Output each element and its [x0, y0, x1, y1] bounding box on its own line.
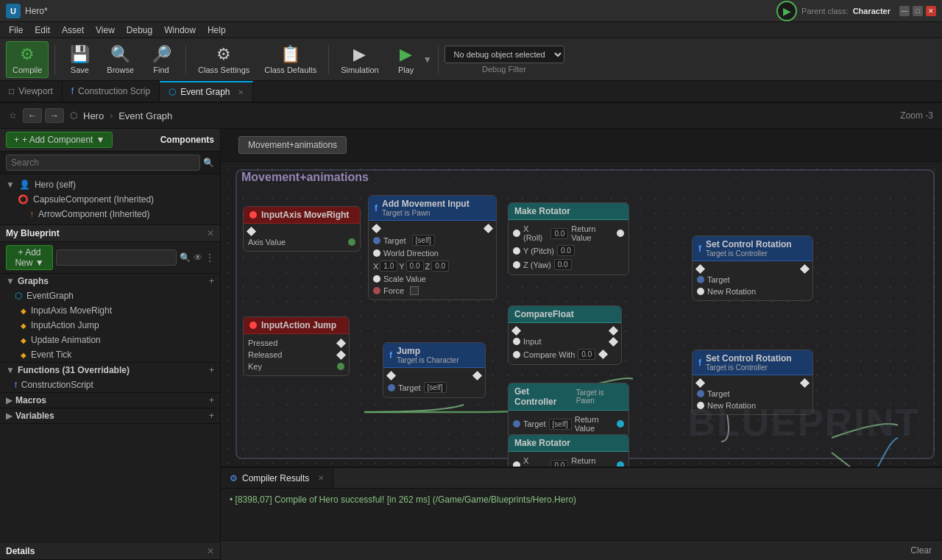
- find-button[interactable]: 🔎 Find: [143, 42, 180, 77]
- mybp-close-icon[interactable]: ✕: [207, 228, 214, 238]
- browse-button[interactable]: 🔍 Browse: [101, 42, 140, 77]
- node-jump[interactable]: f Jump Target is Character Target [self]: [383, 342, 486, 398]
- titlebar: U Hero* ▶ Parent class: Character — □ ✕: [0, 0, 942, 22]
- bp-item-inputaxis-moveright[interactable]: ◆ InputAxis MoveRight: [0, 303, 220, 318]
- compiler-tab-close[interactable]: ✕: [318, 474, 324, 482]
- variables-section-header[interactable]: ▶ Variables +: [0, 408, 220, 423]
- node-get-controller[interactable]: Get Controller Target is Pawn Target [se…: [508, 383, 629, 438]
- menu-view[interactable]: View: [90, 24, 121, 37]
- play-button[interactable]: ▶ Play: [388, 42, 425, 77]
- save-button[interactable]: 💾 Save: [61, 42, 98, 77]
- components-section-header: + + Add Component ▼ Components: [0, 129, 220, 152]
- window-controls[interactable]: — □ ✕: [899, 6, 936, 16]
- restore-button[interactable]: □: [913, 6, 923, 16]
- pin-ami-scale: [373, 275, 380, 283]
- cf-exec-row: [509, 326, 621, 336]
- bp-item-update-animation[interactable]: ◆ Update Animation: [0, 333, 220, 347]
- hero-self-label: Hero (self): [35, 180, 76, 190]
- menu-debug[interactable]: Debug: [121, 24, 158, 37]
- macros-label: Macros: [15, 395, 46, 405]
- ami-x-label: X: [373, 262, 378, 271]
- graphs-section-header[interactable]: ▼ Graphs +: [0, 274, 220, 288]
- tree-item-arrow[interactable]: ↑ ArrowComponent (Inherited): [0, 207, 220, 221]
- compiler-results-tab[interactable]: ⚙ Compiler Results ✕: [221, 468, 333, 488]
- minimize-button[interactable]: —: [899, 6, 910, 16]
- node-scr-top-body: Target New Rotation: [693, 261, 812, 300]
- mybp-eye-icon[interactable]: 👁: [194, 252, 202, 263]
- movement-animations-button[interactable]: Movement+animations: [238, 136, 347, 154]
- graphs-label: Graphs: [18, 276, 49, 286]
- macros-section-header[interactable]: ▶ Macros +: [0, 393, 220, 408]
- mybp-search-icon: 🔍: [180, 252, 191, 263]
- mybp-search-input[interactable]: [56, 249, 177, 266]
- construction-label: Construction Scrip: [78, 86, 150, 96]
- node-set-control-rotation-bottom[interactable]: f Set Control Rotation Target is Control…: [692, 350, 813, 415]
- mr-top-zyaw-label: Z (Yaw): [523, 260, 551, 269]
- bp-item-eventgraph[interactable]: ⬡ EventGraph: [0, 288, 220, 303]
- components-search-input[interactable]: [6, 155, 200, 171]
- menu-edit[interactable]: Edit: [29, 24, 56, 37]
- bp-item-event-tick[interactable]: ◆ Event Tick: [0, 347, 220, 362]
- event-graph-close-icon[interactable]: ✕: [238, 88, 244, 96]
- nav-back-button[interactable]: ←: [23, 108, 42, 123]
- capsule-label: CapsuleComponent (Inherited): [33, 194, 154, 205]
- add-component-button[interactable]: + + Add Component ▼: [6, 132, 113, 148]
- bp-item-construction-script[interactable]: f ConstructionScript: [0, 378, 220, 392]
- cf-compare-val: 0.0: [578, 349, 595, 360]
- jump-node-title: Jump: [397, 346, 458, 356]
- breadcrumb-root[interactable]: Hero: [83, 110, 104, 121]
- pin-scr-bottom-newrot: [697, 402, 704, 409]
- pin-scr-top-exec-out: [800, 264, 810, 274]
- functions-add-icon[interactable]: +: [209, 365, 214, 375]
- node-ami-xyz-row: X 1.0 Y 0.0 Z 0.0: [369, 259, 496, 273]
- jump-action-dot: [249, 322, 257, 329]
- ja-pressed-label: Pressed: [248, 339, 277, 347]
- node-make-rotator-top[interactable]: Make Rotator X (Roll) 0.0 Return Value Y…: [508, 202, 629, 275]
- menu-window[interactable]: Window: [158, 24, 202, 37]
- bp-item-inputaction-jump[interactable]: ◆ InputAction Jump: [0, 318, 220, 333]
- macros-add-icon[interactable]: +: [209, 395, 214, 405]
- node-make-rotator-bottom[interactable]: Make Rotator X (Roll) 0.0 Return Value Y…: [508, 434, 629, 467]
- menu-file[interactable]: File: [3, 24, 29, 37]
- jump-action-title: InputAction Jump: [261, 320, 336, 330]
- class-settings-button[interactable]: ⚙ Class Settings: [192, 42, 255, 77]
- node-compare-float[interactable]: CompareFloat Input Compare With: [508, 305, 622, 365]
- variables-add-icon[interactable]: +: [209, 411, 214, 421]
- mybp-more-icon[interactable]: ⋮: [205, 252, 214, 263]
- functions-section-header[interactable]: ▼ Functions (31 Overridable) +: [0, 363, 220, 378]
- debug-object-select[interactable]: No debug object selected: [445, 46, 564, 63]
- ami-force-label: Force: [383, 286, 404, 295]
- menu-help[interactable]: Help: [202, 24, 232, 37]
- node-compare-float-header: CompareFloat: [509, 306, 621, 323]
- update-anim-label: Update Animation: [31, 335, 101, 345]
- node-jump-body: Target [self]: [383, 368, 485, 397]
- details-close-icon[interactable]: ✕: [207, 546, 214, 556]
- tab-construction-script[interactable]: f Construction Scrip: [63, 81, 160, 102]
- graphs-add-icon[interactable]: +: [209, 276, 214, 286]
- clear-button[interactable]: Clear: [906, 544, 936, 557]
- tree-item-hero[interactable]: ▼ 👤 Hero (self): [0, 177, 220, 192]
- nav-forward-button[interactable]: →: [45, 108, 64, 123]
- node-set-control-rotation-top[interactable]: f Set Control Rotation Target is Control…: [692, 235, 813, 301]
- scr-bottom-newrot-row: New Rotation: [693, 400, 812, 411]
- menu-asset[interactable]: Asset: [56, 24, 90, 37]
- close-button[interactable]: ✕: [926, 6, 936, 16]
- find-label: Find: [153, 65, 169, 74]
- graphs-section: ▼ Graphs + ⬡ EventGraph ◆ InputAxis Move…: [0, 274, 220, 363]
- tree-item-capsule[interactable]: ⭕ CapsuleComponent (Inherited): [0, 192, 220, 207]
- ami-x-val: 1.0: [380, 260, 397, 272]
- node-inputaxis-moveright[interactable]: InputAxis MoveRight Axis Value: [243, 206, 361, 252]
- node-inputaction-jump[interactable]: InputAction Jump Pressed Released Key: [243, 316, 350, 376]
- tab-viewport[interactable]: □ Viewport: [0, 81, 63, 102]
- compile-button[interactable]: ⚙ Compile: [6, 41, 49, 78]
- add-new-button[interactable]: + Add New ▼: [6, 245, 53, 270]
- node-add-movement-input[interactable]: f Add Movement Input Target is Pawn Targ…: [368, 195, 497, 300]
- class-defaults-button[interactable]: 📋 Class Defaults: [258, 42, 322, 77]
- play-dropdown-arrow[interactable]: ▼: [423, 54, 432, 65]
- blueprint-canvas[interactable]: Movement+animations: [221, 162, 942, 467]
- debug-filter-label: Debug Filter: [445, 65, 564, 74]
- make-rotator-top-title: Make Rotator: [514, 206, 570, 216]
- main-layout: + + Add Component ▼ Components 🔍 ▼ 👤 Her…: [0, 129, 942, 560]
- simulation-button[interactable]: ▶ Simulation: [335, 42, 384, 77]
- tab-event-graph[interactable]: ⬡ Event Graph ✕: [160, 81, 252, 102]
